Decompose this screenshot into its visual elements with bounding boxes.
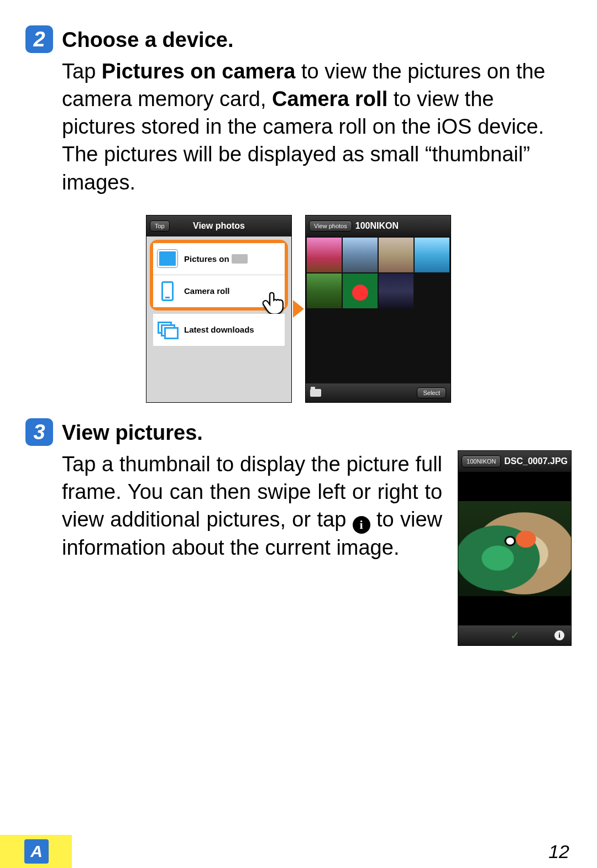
thumbnail[interactable] — [343, 273, 378, 308]
back-button-view-photos[interactable]: View photos — [309, 220, 352, 232]
highlighted-menu-group: Pictures on D■■ Camera roll — [150, 240, 288, 311]
page-number: 12 — [548, 841, 569, 862]
screenshots-row: Top View photos Pictures on D■■ Camera r… — [25, 215, 572, 403]
titlebar: Top View photos — [146, 215, 291, 236]
camera-icon — [158, 250, 177, 267]
thumbnail[interactable] — [379, 238, 413, 272]
image-filename: DSC_0007.JPG — [504, 455, 568, 467]
bold-camera-roll: Camera roll — [272, 87, 387, 111]
grid-body — [306, 236, 451, 383]
thumbnail[interactable] — [307, 238, 342, 272]
back-button-top[interactable]: Top — [150, 220, 170, 232]
back-button-folder[interactable]: 100NIKON — [462, 455, 501, 468]
bottombar: ✓ i — [458, 625, 571, 645]
titlebar: 100NIKON DSC_0007.JPG — [458, 451, 571, 472]
section-badge: A — [24, 839, 49, 864]
folder-title: 100NIKON — [355, 221, 399, 231]
phone-icon — [161, 281, 174, 301]
step-3-text: Tap a thumbnail to display the picture f… — [62, 450, 442, 561]
text: Tap — [62, 60, 102, 83]
menu-item-camera-roll[interactable]: Camera roll — [153, 275, 285, 307]
arrow-icon — [293, 300, 304, 318]
step-3-title: View pictures. — [62, 418, 203, 446]
folder-icon[interactable] — [310, 389, 321, 397]
bottombar: Select — [306, 383, 451, 402]
bold-pictures-on-camera: Pictures on camera — [102, 60, 296, 83]
menu-item-latest-downloads[interactable]: Latest downloads — [153, 314, 285, 346]
thumbnail-grid — [306, 236, 451, 309]
screenshot-full-image: 100NIKON DSC_0007.JPG ✓ i — [458, 450, 572, 646]
info-button[interactable]: i — [554, 630, 564, 640]
titlebar: View photos 100NIKON — [306, 215, 451, 236]
photo-viewer[interactable] — [458, 472, 571, 625]
menu-body: Pictures on D■■ Camera roll Latest downl… — [146, 236, 291, 402]
step-number-badge: 2 — [25, 25, 53, 53]
info-icon: i — [353, 516, 370, 534]
menu-label: Pictures on D■■ — [184, 254, 248, 264]
photo-content — [458, 501, 571, 596]
check-icon[interactable]: ✓ — [510, 628, 520, 643]
step-3-header: 3 View pictures. — [25, 418, 572, 446]
thumbnail[interactable] — [415, 238, 449, 272]
step-3-body: Tap a thumbnail to display the picture f… — [25, 450, 572, 646]
thumbnail[interactable] — [307, 273, 342, 308]
screenshot-view-photos: Top View photos Pictures on D■■ Camera r… — [146, 215, 292, 403]
step-2-title: Choose a device. — [62, 25, 233, 53]
step-number-badge: 3 — [25, 418, 53, 446]
page-footer: A 12 — [0, 835, 597, 868]
tap-hand-icon — [261, 290, 287, 315]
menu-label: Camera roll — [184, 286, 230, 296]
step-2-body: Tap Pictures on camera to view the pictu… — [25, 57, 572, 196]
menu-item-pictures-on-camera[interactable]: Pictures on D■■ — [153, 243, 285, 275]
thumbnail[interactable] — [343, 238, 378, 272]
manual-page: 2 Choose a device. Tap Pictures on camer… — [0, 0, 597, 868]
step-2-header: 2 Choose a device. — [25, 25, 572, 53]
menu-label: Latest downloads — [184, 325, 254, 334]
select-button[interactable]: Select — [417, 387, 446, 398]
thumbnail[interactable] — [379, 273, 413, 308]
stack-icon — [158, 322, 177, 338]
screenshot-thumbnail-grid: View photos 100NIKON Select — [305, 215, 451, 403]
